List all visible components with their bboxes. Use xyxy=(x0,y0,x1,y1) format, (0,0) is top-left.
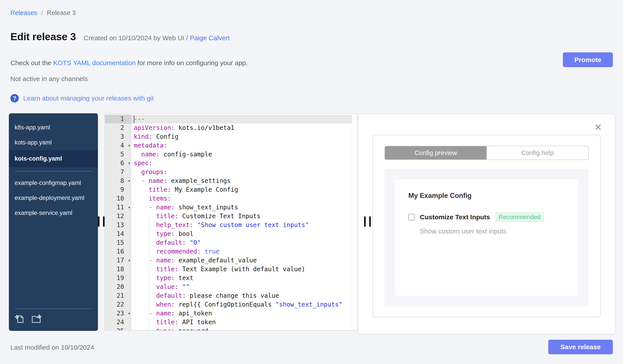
code-text: title: My Example Config xyxy=(132,185,352,194)
drag-bar xyxy=(364,217,366,227)
line-number: 14 xyxy=(105,229,132,238)
code-line[interactable]: 17▾ - name: example_default_value xyxy=(105,256,352,265)
line-number: 18 xyxy=(105,265,132,274)
line-number: 16 xyxy=(105,247,132,256)
line-number: 12 xyxy=(105,212,132,221)
line-number: 10 xyxy=(105,194,132,203)
code-line[interactable]: 11▾ - name: show_text_inputs xyxy=(105,203,352,212)
sidebar-resize-handle[interactable] xyxy=(98,217,105,227)
breadcrumb-separator: / xyxy=(41,9,43,16)
config-item-label: Customize Text Inputs xyxy=(420,213,490,221)
fold-arrow-icon[interactable]: ▾ xyxy=(128,141,131,150)
line-number: 9 xyxy=(105,185,132,194)
last-modified-text: Last modified on 10/10/2024 xyxy=(10,344,94,351)
code-line[interactable]: 23▾ - name: api_token xyxy=(105,309,352,318)
release-editor-screen: Releases / Release 3 Edit release 3 Crea… xyxy=(0,0,623,364)
fold-arrow-icon[interactable]: ▾ xyxy=(128,309,131,318)
code-line[interactable]: 4▾metadata: xyxy=(105,141,352,150)
code-line[interactable]: 18 title: Text Example (with default val… xyxy=(105,265,352,274)
file-item[interactable]: kots-app.yaml xyxy=(9,135,98,150)
close-icon[interactable]: ✕ xyxy=(594,123,602,132)
created-author-link[interactable]: Paige Calvert xyxy=(190,34,230,41)
editor-resize-handle[interactable] xyxy=(364,217,371,227)
code-text: spec: xyxy=(132,159,352,168)
line-number: 19 xyxy=(105,274,132,283)
code-text: when: repl{{ ConfigOptionEquals "show_te… xyxy=(132,300,352,309)
config-item-row: Customize Text Inputs Recommended xyxy=(408,212,565,222)
title-row: Edit release 3 Created on 10/10/2024 by … xyxy=(10,30,230,43)
code-text: kind: Config xyxy=(132,132,352,141)
line-number: 8▾ xyxy=(105,177,132,185)
file-item[interactable]: kots-config.yaml xyxy=(9,150,98,167)
tab-config-preview[interactable]: Config preview xyxy=(385,146,487,160)
created-meta: Created on 10/10/2024 by Web UI / Paige … xyxy=(84,34,230,42)
fold-arrow-icon[interactable]: ▾ xyxy=(128,203,131,212)
editor-scrollbar[interactable] xyxy=(352,114,357,330)
kots-yaml-doc-link[interactable]: KOTS YAML documentation xyxy=(53,59,135,66)
config-preview-panel: ✕ Config preview Config help My Example … xyxy=(358,114,615,334)
breadcrumb-releases-link[interactable]: Releases xyxy=(10,9,37,16)
fold-arrow-icon[interactable]: ▾ xyxy=(128,159,131,168)
code-lines: 1---2apiVersion: kots.io/v1beta13kind: C… xyxy=(105,115,352,330)
fold-arrow-icon[interactable]: ▾ xyxy=(128,256,131,265)
code-line[interactable]: 5 name: config-sample xyxy=(105,150,352,159)
git-help-row[interactable]: ? Learn about managing your releases wit… xyxy=(10,94,154,102)
code-line[interactable]: 3kind: Config xyxy=(105,132,352,141)
config-preview-inner: Config preview Config help My Example Co… xyxy=(373,135,601,317)
promote-button[interactable]: Promote xyxy=(563,52,613,67)
code-text: type: bool xyxy=(132,229,352,238)
channel-status: Not active in any channels xyxy=(10,75,88,83)
code-line[interactable]: 19 type: text xyxy=(105,274,352,283)
line-number: 24 xyxy=(105,318,132,327)
code-line[interactable]: 16 recommended: true xyxy=(105,247,352,256)
code-text: - name: show_text_inputs xyxy=(132,203,352,212)
file-item[interactable]: example-service.yaml xyxy=(9,205,98,221)
code-line[interactable]: 22 when: repl{{ ConfigOptionEquals "show… xyxy=(105,300,352,309)
code-text: default: "0" xyxy=(132,238,352,247)
code-line[interactable]: 25 type: password xyxy=(105,327,352,330)
add-folder-icon[interactable] xyxy=(31,314,42,324)
doc-suffix: for more info on configuring your app. xyxy=(135,59,248,66)
code-text: apiVersion: kots.io/v1beta1 xyxy=(132,123,352,132)
code-text: name: config-sample xyxy=(132,150,352,159)
line-number: 23▾ xyxy=(105,309,132,318)
code-line[interactable]: 24 title: API token xyxy=(105,318,352,327)
drag-bar xyxy=(98,217,99,227)
code-text: items: xyxy=(132,194,352,203)
code-line[interactable]: 13 help_text: "Show custom user text inp… xyxy=(105,221,352,229)
code-line[interactable]: 2apiVersion: kots.io/v1beta1 xyxy=(105,123,352,132)
code-line[interactable]: 12 title: Customize Text Inputs xyxy=(105,212,352,221)
created-prefix: Created on 10/10/2024 by Web UI / xyxy=(84,34,190,41)
code-line[interactable]: 7 groups: xyxy=(105,168,352,177)
yaml-editor[interactable]: 1---2apiVersion: kots.io/v1beta13kind: C… xyxy=(105,113,358,331)
line-number: 4▾ xyxy=(105,141,132,150)
code-line[interactable]: 10 items: xyxy=(105,194,352,203)
git-help-link[interactable]: Learn about managing your releases with … xyxy=(23,95,154,102)
code-line[interactable]: 21 default: please change this value xyxy=(105,291,352,300)
code-text: - name: example_default_value xyxy=(132,256,352,265)
tab-config-help[interactable]: Config help xyxy=(487,146,588,160)
save-release-button[interactable]: Save release xyxy=(548,340,613,354)
code-line[interactable]: 8▾ - name: example_settings xyxy=(105,177,352,185)
line-number: 13 xyxy=(105,221,132,229)
main-row: k8s-app.yamlkots-app.yamlkots-config.yam… xyxy=(0,113,623,336)
add-file-icon[interactable] xyxy=(15,314,25,324)
fold-arrow-icon[interactable]: ▾ xyxy=(128,177,131,185)
config-item-help: Show custom user text inputs xyxy=(420,227,565,235)
code-line[interactable]: 20 value: "" xyxy=(105,283,352,291)
file-item[interactable]: example-configmap.yaml xyxy=(9,175,98,190)
line-number: 7 xyxy=(105,168,132,177)
code-line[interactable]: 1--- xyxy=(105,115,352,123)
customize-text-inputs-checkbox[interactable] xyxy=(408,214,415,221)
code-line[interactable]: 15 default: "0" xyxy=(105,238,352,247)
drag-bar xyxy=(369,217,371,227)
code-text: type: text xyxy=(132,274,352,283)
code-text: recommended: true xyxy=(132,247,352,256)
file-item[interactable]: example-deployment.yaml xyxy=(9,190,98,205)
code-line[interactable]: 14 type: bool xyxy=(105,229,352,238)
code-text: value: "" xyxy=(132,283,352,291)
code-line[interactable]: 6▾spec: xyxy=(105,159,352,168)
file-item[interactable]: k8s-app.yaml xyxy=(9,120,98,135)
line-number: 11▾ xyxy=(105,203,132,212)
code-line[interactable]: 9 title: My Example Config xyxy=(105,185,352,194)
